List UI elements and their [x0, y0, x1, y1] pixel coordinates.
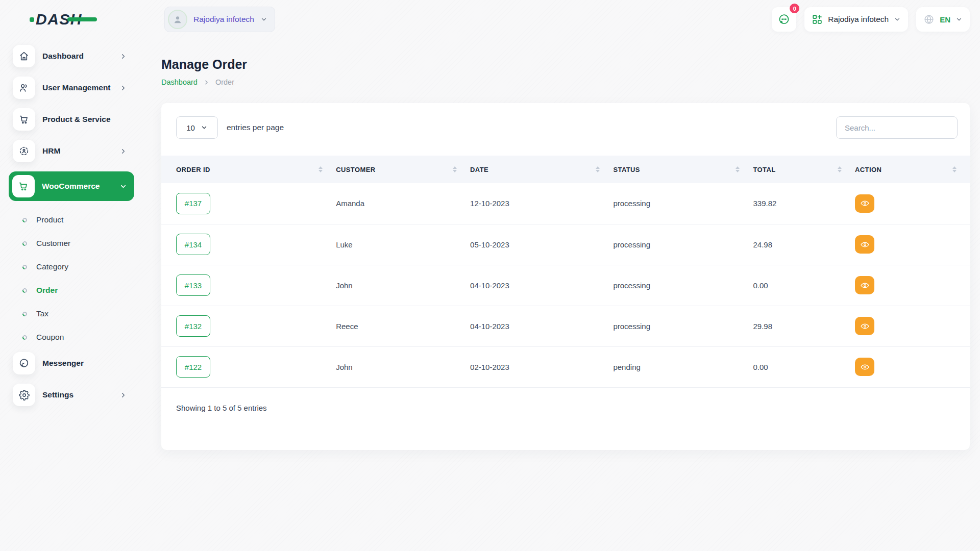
company-label: Rajodiya infotech [828, 15, 889, 24]
globe-icon [923, 14, 935, 25]
page-title: Manage Order [161, 57, 970, 72]
grid-plus-icon [812, 14, 823, 25]
submenu-item-coupon[interactable]: Coupon [22, 325, 134, 349]
sidebar-item-user-management[interactable]: User Management [9, 77, 134, 99]
chevron-down-icon [260, 16, 267, 23]
order-id-badge[interactable]: #134 [176, 234, 210, 255]
sidebar-item-messenger[interactable]: Messenger [9, 352, 134, 374]
customer-cell: John [336, 346, 470, 387]
order-id-badge[interactable]: #132 [176, 315, 210, 337]
table-row: #134 Luke 05-10-2023 processing 24.98 [161, 224, 970, 265]
eye-icon [860, 321, 870, 331]
company-selector[interactable]: Rajodiya infotech [804, 7, 908, 32]
table-controls: 10 entries per page [161, 103, 970, 139]
submenu-item-label: Order [36, 286, 58, 295]
sidebar-item-dashboard[interactable]: Dashboard [9, 45, 134, 67]
topbar-actions: 0 Rajodiya infotech EN [772, 7, 970, 32]
chevron-right-icon [119, 84, 127, 92]
submenu-item-order[interactable]: Order [22, 279, 134, 302]
sidebar-item-label: HRM [42, 146, 112, 156]
chevron-down-icon [119, 183, 127, 190]
search-input[interactable] [836, 116, 958, 139]
sidebar-item-settings[interactable]: Settings [9, 384, 134, 406]
submenu-item-category[interactable]: Category [22, 255, 134, 279]
status-cell: processing [613, 265, 753, 306]
cart-icon [13, 108, 35, 131]
column-header-action[interactable]: ACTION [855, 156, 970, 183]
sidebar-item-product-service[interactable]: Product & Service [9, 108, 134, 131]
main-area: Rajodiya infotech 0 Rajodiya infotech [143, 0, 980, 551]
chevron-right-icon [119, 53, 127, 60]
messages-button[interactable]: 0 [772, 7, 796, 32]
dash-logo: DASH [30, 11, 82, 28]
brand-logo[interactable]: DASH [0, 0, 143, 39]
chevron-down-icon [955, 16, 963, 23]
notification-badge: 0 [790, 4, 799, 13]
sort-icon [596, 166, 600, 172]
bullet-icon [21, 334, 28, 341]
order-id-badge[interactable]: #122 [176, 356, 210, 378]
column-header-customer[interactable]: CUSTOMER [336, 156, 470, 183]
total-cell: 0.00 [753, 346, 855, 387]
table-row: #122 John 02-10-2023 pending 0.00 [161, 346, 970, 387]
bullet-icon [21, 217, 28, 223]
breadcrumb-current: Order [215, 78, 234, 86]
page-content: Manage Order Dashboard Order 10 entries … [143, 39, 980, 450]
view-order-button[interactable] [855, 358, 874, 376]
column-header-order-id[interactable]: ORDER ID [161, 156, 336, 183]
column-header-date[interactable]: DATE [470, 156, 613, 183]
hrm-scan-icon [13, 140, 35, 162]
sidebar-item-label: WooCommerce [42, 182, 112, 191]
submenu-item-label: Tax [36, 309, 48, 318]
column-header-status[interactable]: STATUS [613, 156, 753, 183]
sidebar-item-label: Messenger [42, 359, 127, 368]
total-cell: 339.82 [753, 183, 855, 224]
submenu-item-label: Product [36, 215, 63, 224]
entries-per-page-label: entries per page [227, 123, 284, 132]
order-id-badge[interactable]: #137 [176, 193, 210, 214]
breadcrumb: Dashboard Order [161, 78, 970, 86]
logo-dash-bar [67, 17, 97, 21]
column-header-total[interactable]: TOTAL [753, 156, 855, 183]
customer-cell: Reece [336, 306, 470, 346]
status-cell: processing [613, 183, 753, 224]
language-selector[interactable]: EN [916, 7, 970, 32]
table-summary: Showing 1 to 5 of 5 entries [161, 388, 970, 412]
status-cell: pending [613, 346, 753, 387]
submenu-item-product[interactable]: Product [22, 208, 134, 232]
chevron-right-icon [119, 391, 127, 399]
submenu-item-label: Coupon [36, 333, 64, 342]
bullet-icon [21, 311, 28, 317]
message-icon [778, 13, 790, 26]
customer-cell: Luke [336, 224, 470, 265]
table-row: #133 John 04-10-2023 processing 0.00 [161, 265, 970, 306]
date-cell: 04-10-2023 [470, 265, 613, 306]
view-order-button[interactable] [855, 194, 874, 213]
total-cell: 24.98 [753, 224, 855, 265]
sidebar-item-woocommerce[interactable]: WooCommerce [9, 171, 134, 201]
users-icon [13, 77, 35, 99]
date-cell: 12-10-2023 [470, 183, 613, 224]
orders-table: ORDER ID CUSTOMER DATE STATUS TOTAL ACTI… [161, 156, 970, 388]
chevron-right-icon [119, 147, 127, 155]
breadcrumb-dashboard-link[interactable]: Dashboard [161, 78, 198, 86]
sort-icon [736, 166, 740, 172]
submenu-item-customer[interactable]: Customer [22, 232, 134, 255]
workspace-selector[interactable]: Rajodiya infotech [164, 7, 275, 32]
entries-per-page-select[interactable]: 10 [176, 116, 218, 139]
order-id-badge[interactable]: #133 [176, 274, 210, 296]
sidebar-item-hrm[interactable]: HRM [9, 140, 134, 162]
avatar [168, 10, 187, 29]
view-order-button[interactable] [855, 317, 874, 335]
bullet-icon [21, 287, 28, 294]
submenu-item-label: Category [36, 262, 68, 271]
date-cell: 02-10-2023 [470, 346, 613, 387]
bullet-icon [21, 240, 28, 247]
eye-icon [860, 240, 870, 249]
view-order-button[interactable] [855, 235, 874, 254]
orders-card: 10 entries per page ORDER ID CUSTOME [161, 103, 970, 450]
sidebar-item-label: Settings [42, 390, 112, 399]
view-order-button[interactable] [855, 276, 874, 294]
submenu-item-tax[interactable]: Tax [22, 302, 134, 325]
customer-cell: John [336, 265, 470, 306]
